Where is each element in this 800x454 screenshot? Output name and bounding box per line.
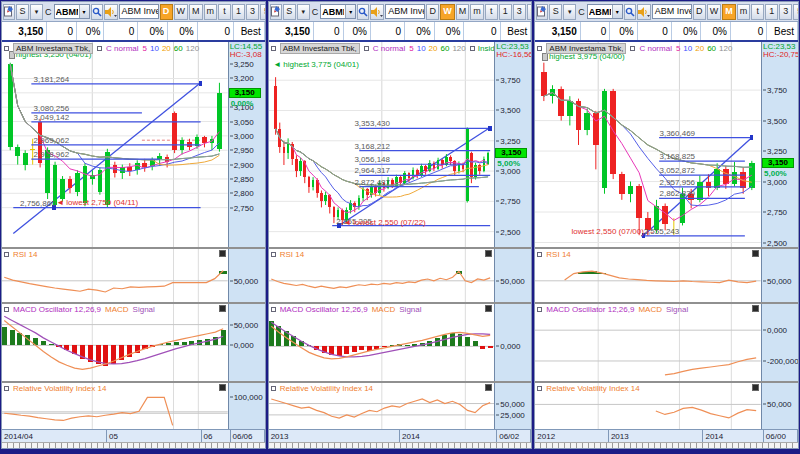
symbol-dropdown-icon[interactable]: ▾ (612, 5, 622, 18)
expand-icon[interactable] (752, 384, 759, 391)
notes-icon[interactable] (536, 4, 548, 20)
s-button[interactable]: S (283, 4, 296, 20)
checkbox-icon[interactable] (4, 386, 9, 391)
lc-hc-readout: LC:23,53HC:-16,56 (496, 43, 531, 59)
interval-button-3[interactable]: 3 (246, 4, 259, 20)
interval-button-1[interactable]: 1 (765, 4, 778, 20)
speaker-icon[interactable] (370, 4, 384, 20)
notes-icon[interactable] (270, 4, 282, 20)
s-dropdown-icon[interactable]: ▾ (563, 4, 576, 20)
checkbox-icon[interactable] (537, 252, 542, 257)
symbol-input[interactable] (55, 5, 79, 18)
symbol-dropdown-icon[interactable]: ▾ (345, 5, 355, 18)
rsi-chart[interactable]: RSI 14 (535, 249, 761, 302)
expand-icon[interactable] (219, 384, 226, 391)
macd-axis[interactable]: 0,000-200,000 (761, 304, 798, 381)
best-button[interactable]: Best (767, 22, 798, 40)
speaker-icon[interactable] (104, 4, 118, 20)
timeframe-button-m[interactable]: m (470, 4, 484, 20)
timeframe-button-M[interactable]: M (722, 4, 736, 20)
checkbox-icon[interactable] (4, 252, 9, 257)
rvi-chart[interactable]: Relative Volatility Index 14 (2, 383, 228, 429)
expand-icon[interactable] (752, 250, 759, 257)
speaker-icon[interactable] (637, 4, 651, 20)
rvi-chart[interactable]: Relative Volatility Index 14 (535, 383, 761, 429)
symbol-dropdown-icon[interactable]: ▾ (79, 5, 89, 18)
timeframe-button-t[interactable]: t (751, 4, 764, 20)
rvi-axis[interactable]: 100,000 (228, 383, 265, 429)
search-icon[interactable] (624, 4, 636, 20)
checkbox-icon[interactable] (271, 252, 276, 257)
checkbox-icon[interactable] (271, 386, 276, 391)
interval-button-3[interactable]: 3 (779, 4, 792, 20)
checkbox-icon[interactable] (470, 46, 475, 51)
s-button[interactable]: S (549, 4, 562, 20)
quote-row: 3,15000%00%0%0Best (2, 22, 265, 42)
rvi-chart[interactable]: Relative Volatility Index 14 (269, 383, 495, 429)
checkbox-icon[interactable] (97, 46, 102, 51)
macd-chart[interactable]: MACD Oscillator 12,26,9MACDSignal (535, 304, 761, 381)
expand-icon[interactable] (485, 384, 492, 391)
macd-chart[interactable]: MACD Oscillator 12,26,9MACDSignal (2, 304, 228, 381)
rsi-axis[interactable]: 50,000 (228, 249, 265, 302)
interval-button-5[interactable]: 5 (527, 4, 532, 20)
timeframe-button-W[interactable]: W (440, 4, 455, 20)
rvi-axis[interactable]: 50,000 (761, 383, 798, 429)
price-axis[interactable]: LC:23,53HC:-20,75 3,7503,5003,2503,0002,… (761, 42, 798, 247)
checkbox-icon[interactable] (4, 46, 9, 51)
checkbox-icon[interactable] (537, 307, 542, 312)
interval-button-1[interactable]: 1 (499, 4, 512, 20)
timeframe-button-D[interactable]: D (693, 4, 706, 20)
price-axis[interactable]: LC:23,53HC:-16,56 3,7503,5003,2503,0002,… (494, 42, 531, 247)
checkbox-icon[interactable] (271, 307, 276, 312)
timeframe-button-W[interactable]: W (707, 4, 722, 20)
notes-icon[interactable] (3, 4, 15, 20)
timeframe-button-M[interactable]: M (189, 4, 203, 20)
macd-chart[interactable]: MACD Oscillator 12,26,9MACDSignal (269, 304, 495, 381)
expand-icon[interactable] (219, 305, 226, 312)
rvi-axis[interactable]: 50,00025,000 (494, 383, 531, 429)
rsi-chart[interactable]: RSI 14 (2, 249, 228, 302)
checkbox-icon[interactable] (271, 46, 276, 51)
checkbox-icon[interactable] (537, 386, 542, 391)
interval-buttons: 135 (232, 4, 265, 20)
s-dropdown-icon[interactable]: ▾ (297, 4, 310, 20)
timeframe-button-D[interactable]: D (426, 4, 439, 20)
search-icon[interactable] (91, 4, 103, 20)
price-axis[interactable]: LC:14,55HC:-3,08 3,2503,2003,1003,0503,0… (228, 42, 265, 247)
interval-button-5[interactable]: 5 (260, 4, 265, 20)
rsi-axis[interactable]: 50,000 (494, 249, 531, 302)
checkbox-icon[interactable] (4, 307, 9, 312)
s-button[interactable]: S (16, 4, 29, 20)
checkbox-icon[interactable] (630, 46, 635, 51)
expand-icon[interactable] (485, 305, 492, 312)
best-button[interactable]: Best (234, 22, 265, 40)
expand-icon[interactable] (485, 250, 492, 257)
checkbox-icon[interactable] (537, 46, 542, 51)
timeframe-button-m[interactable]: m (737, 4, 751, 20)
interval-button-3[interactable]: 3 (513, 4, 526, 20)
main-chart[interactable]: ABM Investama Tbk, C normal 5102060120 3… (2, 42, 228, 247)
macd-axis[interactable]: 0,000 (494, 304, 531, 381)
expand-icon[interactable] (219, 250, 226, 257)
timeframe-button-t[interactable]: t (218, 4, 231, 20)
rsi-chart[interactable]: RSI 14 (269, 249, 495, 302)
checkbox-icon[interactable] (364, 46, 369, 51)
macd-axis[interactable]: 50,0000,000 (228, 304, 265, 381)
symbol-input[interactable] (588, 5, 612, 18)
main-chart[interactable]: ABM Investama Tbk, C normal 5102060120 I… (269, 42, 495, 247)
s-dropdown-icon[interactable]: ▾ (30, 4, 43, 20)
symbol-input[interactable] (321, 5, 345, 18)
main-chart[interactable]: ABM Investama Tbk, C normal 5102060120 3… (535, 42, 761, 247)
timeframe-button-t[interactable]: t (485, 4, 498, 20)
rsi-axis[interactable]: 50,000 (761, 249, 798, 302)
timeframe-button-W[interactable]: W (174, 4, 189, 20)
interval-button-1[interactable]: 1 (232, 4, 245, 20)
timeframe-button-m[interactable]: m (204, 4, 218, 20)
search-icon[interactable] (357, 4, 369, 20)
timeframe-button-D[interactable]: D (160, 4, 173, 20)
timeframe-button-M[interactable]: M (456, 4, 470, 20)
expand-icon[interactable] (752, 305, 759, 312)
best-button[interactable]: Best (501, 22, 532, 40)
interval-button-5[interactable]: 5 (793, 4, 798, 20)
